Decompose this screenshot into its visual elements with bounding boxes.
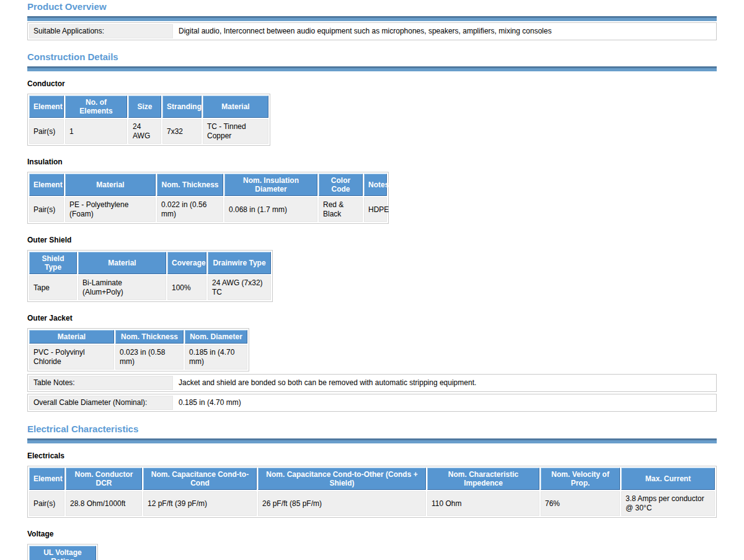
- column-header: Nom. Conductor DCR: [66, 468, 142, 490]
- table-header-row: Element Material Nom. Thickness Nom. Ins…: [29, 174, 387, 196]
- insulation-label: Insulation: [27, 158, 717, 166]
- electrical-characteristics-heading: Electrical Characteristics: [27, 424, 717, 435]
- section-divider-bar: [27, 438, 717, 443]
- voltage-table: UL Voltage Rating 300 V (CMR): [27, 544, 98, 560]
- table-row: PVC - Polyvinyl Chloride 0.023 in (0.58 …: [29, 345, 247, 370]
- table-cell: 24 AWG (7x32) TC: [208, 275, 271, 300]
- table-cell: 110 Ohm: [427, 491, 539, 516]
- table-cell: Pair(s): [29, 119, 64, 144]
- table-cell: 0.022 in (0.56 mm): [157, 197, 223, 222]
- conductor-label: Conductor: [27, 79, 717, 88]
- table-row: Overall Cable Diameter (Nominal): 0.185 …: [29, 396, 715, 410]
- column-header: Max. Current: [621, 468, 715, 490]
- product-overview-heading: Product Overview: [27, 1, 717, 12]
- insulation-table: Element Material Nom. Thickness Nom. Ins…: [27, 172, 389, 224]
- column-header: Shield Type: [29, 252, 77, 274]
- construction-details-heading: Construction Details: [27, 51, 717, 63]
- overall-diameter-value: 0.185 in (4.70 mm): [174, 396, 715, 410]
- column-header: Material: [78, 252, 166, 274]
- column-header: Stranding: [162, 96, 202, 118]
- section-divider-bar: [27, 16, 717, 21]
- table-header-row: Element Nom. Conductor DCR Nom. Capacita…: [29, 468, 715, 490]
- table-notes-row: Table Notes: Jacket and shield are bonde…: [27, 374, 717, 392]
- column-header: Nom. Capacitance Cond-to-Cond: [143, 468, 257, 490]
- table-cell: 24 AWG: [128, 119, 161, 144]
- table-row: Pair(s) 28.8 Ohm/1000ft 12 pF/ft (39 pF/…: [29, 491, 715, 516]
- suitable-applications-row: Suitable Applications: Digital audio, In…: [27, 22, 717, 40]
- column-header: Nom. Insulation Diameter: [224, 174, 317, 196]
- voltage-label: Voltage: [27, 530, 717, 538]
- table-cell: 0.185 in (4.70 mm): [185, 345, 247, 370]
- column-header: Notes: [364, 174, 387, 196]
- outer-shield-table: Shield Type Material Coverage Drainwire …: [27, 250, 273, 302]
- outer-jacket-table: Material Nom. Thickness Nom. Diameter PV…: [27, 328, 249, 371]
- table-cell: 3.8 Amps per conductor @ 30°C: [621, 491, 715, 516]
- table-cell: PVC - Polyvinyl Chloride: [29, 345, 114, 370]
- column-header: Element: [29, 96, 64, 118]
- column-header: Nom. Thickness: [115, 330, 184, 344]
- outer-jacket-label: Outer Jacket: [27, 314, 717, 322]
- table-cell: Tape: [29, 275, 77, 300]
- table-row: Suitable Applications: Digital audio, In…: [29, 24, 715, 38]
- overall-diameter-row: Overall Cable Diameter (Nominal): 0.185 …: [27, 394, 717, 412]
- table-row: Table Notes: Jacket and shield are bonde…: [29, 376, 715, 390]
- table-cell: TC - Tinned Copper: [203, 119, 268, 144]
- table-cell: 7x32: [162, 119, 202, 144]
- table-cell: 12 pF/ft (39 pF/m): [143, 491, 257, 516]
- table-cell: 26 pF/ft (85 pF/m): [258, 491, 426, 516]
- table-header-row: Material Nom. Thickness Nom. Diameter: [29, 330, 247, 344]
- conductor-table: Element No. of Elements Size Stranding M…: [27, 94, 270, 146]
- table-cell: PE - Polyethylene (Foam): [65, 197, 156, 222]
- table-cell: 76%: [541, 491, 620, 516]
- construction-notes: Table Notes: Jacket and shield are bonde…: [27, 374, 717, 412]
- table-cell: Pair(s): [29, 491, 64, 516]
- table-notes-value: Jacket and shield are bonded so both can…: [174, 376, 715, 390]
- suitable-applications-value: Digital audio, Interconnect between audi…: [174, 24, 715, 38]
- column-header: Element: [29, 468, 64, 490]
- table-cell: 100%: [167, 275, 206, 300]
- column-header: Drainwire Type: [208, 252, 271, 274]
- column-header: Element: [29, 174, 64, 196]
- column-header: Nom. Velocity of Prop.: [541, 468, 620, 490]
- column-header: Nom. Diameter: [185, 330, 247, 344]
- table-row: Tape Bi-Laminate (Alum+Poly) 100% 24 AWG…: [29, 275, 271, 300]
- table-cell: Pair(s): [29, 197, 64, 222]
- column-header: Material: [203, 96, 268, 118]
- table-cell: 0.068 in (1.7 mm): [224, 197, 317, 222]
- column-header: UL Voltage Rating: [29, 546, 96, 560]
- table-cell: Red & Black: [319, 197, 363, 222]
- table-row: Pair(s) PE - Polyethylene (Foam) 0.022 i…: [29, 197, 387, 222]
- suitable-applications-label: Suitable Applications:: [29, 24, 173, 38]
- column-header: Color Code: [319, 174, 363, 196]
- overall-diameter-label: Overall Cable Diameter (Nominal):: [29, 396, 173, 410]
- table-cell: 28.8 Ohm/1000ft: [66, 491, 142, 516]
- section-divider-bar: [27, 66, 717, 71]
- column-header: Size: [128, 96, 161, 118]
- table-header-row: Shield Type Material Coverage Drainwire …: [29, 252, 271, 274]
- table-notes-label: Table Notes:: [29, 376, 173, 390]
- column-header: Nom. Characteristic Impedence: [427, 468, 539, 490]
- column-header: Nom. Thickness: [157, 174, 223, 196]
- column-header: Material: [29, 330, 114, 344]
- column-header: Coverage: [167, 252, 206, 274]
- outer-shield-label: Outer Shield: [27, 236, 717, 244]
- table-cell: 0.023 in (0.58 mm): [115, 345, 184, 370]
- table-cell: HDPE: [364, 197, 387, 222]
- table-cell: 1: [65, 119, 127, 144]
- table-cell: Bi-Laminate (Alum+Poly): [78, 275, 166, 300]
- column-header: No. of Elements: [65, 96, 127, 118]
- table-row: Pair(s) 1 24 AWG 7x32 TC - Tinned Copper: [29, 119, 268, 144]
- column-header: Nom. Capacitance Cond-to-Other (Conds + …: [258, 468, 426, 490]
- electricals-label: Electricals: [27, 451, 717, 460]
- column-header: Material: [65, 174, 156, 196]
- table-header-row: Element No. of Elements Size Stranding M…: [29, 96, 268, 118]
- electricals-table: Element Nom. Conductor DCR Nom. Capacita…: [27, 466, 717, 518]
- table-header-row: UL Voltage Rating: [29, 546, 96, 560]
